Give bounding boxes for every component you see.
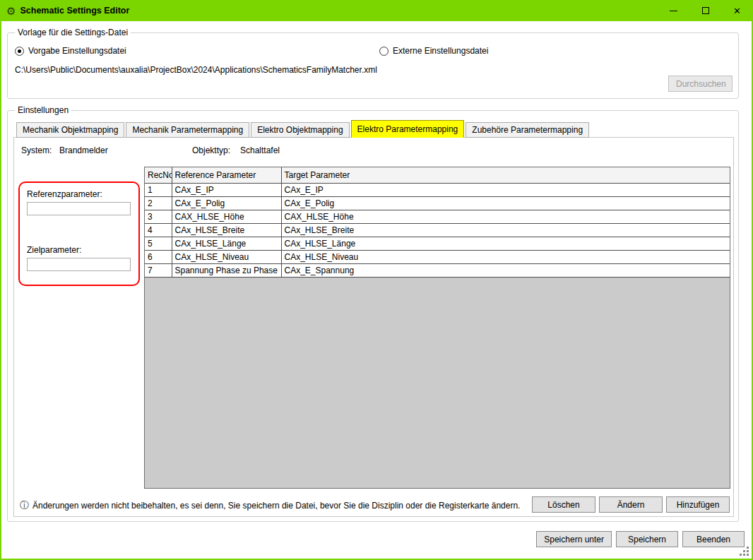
radio-default-label: Vorgabe Einstellungsdatei xyxy=(28,46,126,56)
footer-buttons: Speichern unter Speichern Beenden xyxy=(536,531,745,547)
header-target-parameter[interactable]: Target Parameter xyxy=(281,167,730,183)
radio-external-settings-file[interactable]: Externe Einstellungsdatei xyxy=(379,46,488,56)
cell-reference[interactable]: CAx_HLSE_Breite xyxy=(172,223,281,237)
cell-target[interactable]: CAx_E_IP xyxy=(281,183,730,196)
settings-file-radio-group: Vorgabe Einstellungsdatei Externe Einste… xyxy=(8,46,738,57)
tab-zubehoere-parametermapping[interactable]: Zubehöre Parametermapping xyxy=(466,122,589,138)
info-icon: ⓘ xyxy=(20,499,29,512)
table-row[interactable]: 6 CAx_HLSE_Niveau CAx_HLSE_Niveau xyxy=(145,250,730,263)
settings-groupbox-title: Einstellungen xyxy=(15,105,71,115)
info-text: Änderungen werden nicht beibehalten, es … xyxy=(32,501,520,511)
parameter-mapping-grid: RecNo Reference Parameter Target Paramet… xyxy=(144,167,730,489)
table-row[interactable]: 2 CAx_E_Polig CAx_E_Polig xyxy=(145,196,730,210)
maximize-button[interactable] xyxy=(689,0,721,21)
table-row[interactable]: 7 Spannung Phase zu Phase CAx_E_Spannung xyxy=(145,263,730,277)
delete-button[interactable]: Löschen xyxy=(532,496,595,513)
window-title: Schematic Settings Editor xyxy=(20,6,129,16)
cell-target[interactable]: CAx_E_Spannung xyxy=(281,263,730,277)
cell-recno[interactable]: 1 xyxy=(145,183,172,196)
cell-recno[interactable]: 5 xyxy=(145,237,172,250)
parameter-mapping-table: RecNo Reference Parameter Target Paramet… xyxy=(145,167,730,278)
tab-mechanik-parametermapping[interactable]: Mechanik Parametermapping xyxy=(126,122,249,138)
table-header-row: RecNo Reference Parameter Target Paramet… xyxy=(145,167,730,183)
cell-reference[interactable]: CAx_HLSE_Länge xyxy=(172,237,281,250)
info-row: ⓘ Änderungen werden nicht beibehalten, e… xyxy=(20,499,520,512)
settings-file-path: C:\Users\Public\Documents\auxalia\Projec… xyxy=(15,65,377,75)
grid-action-buttons: Löschen Ändern Hinzufügen xyxy=(532,496,730,513)
object-type-label: Objekttyp: xyxy=(192,145,230,155)
caption-buttons: ✕ xyxy=(658,0,753,21)
radio-default-settings-file[interactable]: Vorgabe Einstellungsdatei xyxy=(15,46,126,56)
save-as-button[interactable]: Speichern unter xyxy=(536,531,612,547)
close-icon: ✕ xyxy=(733,6,741,16)
reference-parameter-input[interactable] xyxy=(27,202,131,215)
cell-recno[interactable]: 3 xyxy=(145,210,172,223)
template-file-groupbox: Vorlage für die Settings-Datei Vorgabe E… xyxy=(7,32,739,99)
radio-unselected-icon xyxy=(379,47,389,56)
template-groupbox-title: Vorlage für die Settings-Datei xyxy=(15,28,131,37)
mapping-tabstrip: Mechanik Objektmapping Mechanik Paramete… xyxy=(16,120,591,138)
minimize-icon xyxy=(670,11,677,11)
elektro-parametermapping-panel: System: Brandmelder Objekttyp: Schalttaf… xyxy=(13,137,734,517)
cell-recno[interactable]: 6 xyxy=(145,250,172,263)
tab-mechanik-objektmapping[interactable]: Mechanik Objektmapping xyxy=(16,122,124,138)
exit-button[interactable]: Beenden xyxy=(682,531,745,547)
tab-elektro-objektmapping[interactable]: Elektro Objektmapping xyxy=(251,122,349,138)
app-window: ⚙ Schematic Settings Editor ✕ Vorlage fü… xyxy=(0,0,753,560)
cell-target[interactable]: CAx_HLSE_Niveau xyxy=(281,250,730,263)
system-value: Brandmelder xyxy=(59,145,108,155)
target-parameter-label: Zielparameter: xyxy=(27,245,81,255)
reference-parameter-label: Referenzparameter: xyxy=(27,189,102,199)
header-reference-parameter[interactable]: Reference Parameter xyxy=(172,167,281,183)
cell-recno[interactable]: 4 xyxy=(145,223,172,237)
change-button[interactable]: Ändern xyxy=(599,496,663,513)
titlebar: ⚙ Schematic Settings Editor ✕ xyxy=(0,0,753,21)
system-label: System: xyxy=(21,145,52,155)
add-button[interactable]: Hinzufügen xyxy=(666,496,730,513)
cell-target[interactable]: CAx_HLSE_Breite xyxy=(281,223,730,237)
minimize-button[interactable] xyxy=(658,0,689,21)
object-type-value: Schalttafel xyxy=(240,145,280,155)
cell-target[interactable]: CAX_HLSE_Höhe xyxy=(281,210,730,223)
radio-selected-icon xyxy=(15,47,24,56)
table-row[interactable]: 3 CAX_HLSE_Höhe CAX_HLSE_Höhe xyxy=(145,210,730,223)
cell-reference[interactable]: CAx_HLSE_Niveau xyxy=(172,250,281,263)
parameter-input-highlight-box: Referenzparameter: Zielparameter: xyxy=(18,181,140,286)
gear-app-icon: ⚙ xyxy=(6,6,16,16)
cell-reference[interactable]: CAx_E_Polig xyxy=(172,196,281,210)
save-button[interactable]: Speichern xyxy=(616,531,678,547)
table-row[interactable]: 4 CAx_HLSE_Breite CAx_HLSE_Breite xyxy=(145,223,730,237)
settings-groupbox: Einstellungen Mechanik Objektmapping Mec… xyxy=(7,110,739,522)
resize-grip[interactable] xyxy=(740,547,749,556)
tab-elektro-parametermapping[interactable]: Elektro Parametermapping xyxy=(351,120,465,138)
cell-reference[interactable]: CAX_HLSE_Höhe xyxy=(172,210,281,223)
window-content: Vorlage für die Settings-Datei Vorgabe E… xyxy=(1,21,752,559)
target-parameter-input[interactable] xyxy=(27,258,131,271)
cell-reference[interactable]: CAx_E_IP xyxy=(172,183,281,196)
cell-recno[interactable]: 7 xyxy=(145,263,172,277)
close-button[interactable]: ✕ xyxy=(721,0,753,21)
cell-target[interactable]: CAx_HLSE_Länge xyxy=(281,237,730,250)
radio-external-label: Externe Einstellungsdatei xyxy=(393,46,488,56)
cell-recno[interactable]: 2 xyxy=(145,196,172,210)
browse-button[interactable]: Durchsuchen xyxy=(668,76,733,92)
cell-target[interactable]: CAx_E_Polig xyxy=(281,196,730,210)
table-row[interactable]: 1 CAx_E_IP CAx_E_IP xyxy=(145,183,730,196)
table-row[interactable]: 5 CAx_HLSE_Länge CAx_HLSE_Länge xyxy=(145,237,730,250)
cell-reference[interactable]: Spannung Phase zu Phase xyxy=(172,263,281,277)
maximize-icon xyxy=(702,7,709,14)
header-recno[interactable]: RecNo xyxy=(145,167,172,183)
